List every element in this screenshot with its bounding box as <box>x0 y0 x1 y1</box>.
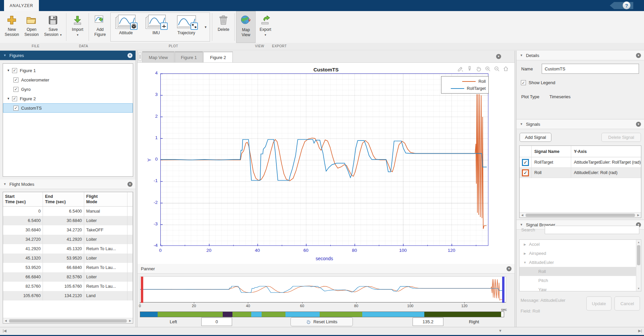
gallery-item-attitude[interactable]: Attitude <box>111 13 141 41</box>
save-session-dropdown-icon[interactable]: ▼ <box>59 34 62 37</box>
details-menu-icon[interactable]: ▼ <box>636 53 641 58</box>
gallery-dropdown-icon[interactable]: ▼ <box>201 13 210 41</box>
delete-button[interactable]: Delete <box>214 11 233 43</box>
signal-checkbox[interactable]: ✓ <box>522 169 529 176</box>
help-button[interactable]: ? <box>623 1 631 9</box>
flight-modes-panel-menu-icon[interactable]: ▼ <box>127 182 132 187</box>
panner-menu-icon[interactable]: ▼ <box>506 266 512 271</box>
signals-header[interactable]: ▼ Signals ▼ <box>517 119 644 129</box>
add-signal-button[interactable]: Add Signal <box>520 133 551 142</box>
tree-expander-icon[interactable]: ▼ <box>6 97 11 100</box>
tab-figure-2[interactable]: Figure 2 <box>203 51 233 62</box>
tree-checkbox[interactable]: ✓ <box>13 87 18 92</box>
collapse-triangle-icon[interactable]: ▼ <box>520 223 523 226</box>
flight-mode-row[interactable]: 30.684034.2720TakeOFF <box>3 225 133 235</box>
tab-drag-grip[interactable] <box>139 53 142 61</box>
signal-row[interactable]: ✓RollTargetAttitudeTargetEuler: RollTarg… <box>520 157 641 168</box>
export-dropdown-icon[interactable]: ▼ <box>264 34 267 37</box>
collapse-triangle-icon[interactable]: ▼ <box>520 122 523 126</box>
signals-hscrollbar[interactable]: ◀ ▶ <box>520 212 641 218</box>
tab-figure-1[interactable]: Figure 1 <box>175 51 203 62</box>
tree-expander-icon[interactable]: ▼ <box>6 69 11 72</box>
signal-checkbox[interactable]: ✓ <box>522 159 529 166</box>
flight-mode-row[interactable]: 34.272041.2920Loiter <box>3 235 133 244</box>
scroll-right-icon[interactable]: ▶ <box>127 319 133 322</box>
plot-legend[interactable]: RollRollTarget <box>441 76 489 94</box>
export-figure-icon[interactable] <box>457 65 464 72</box>
name-input[interactable]: CustomTS <box>542 64 639 74</box>
tree-checkbox[interactable]: ✓ <box>12 68 17 73</box>
brush-data-icon[interactable] <box>466 65 473 72</box>
flight-modes-hscrollbar[interactable]: ◀ ▶ <box>3 318 133 323</box>
zoom-in-icon[interactable] <box>484 65 491 72</box>
map-view-button[interactable]: MapView <box>236 11 256 43</box>
figures-tree-item[interactable]: ▼✓Figure 2 <box>3 94 133 103</box>
tab-map-view[interactable]: Map View <box>142 51 174 62</box>
gallery-item-imu[interactable]: IMU <box>141 13 171 41</box>
signals-menu-icon[interactable]: ▼ <box>636 122 641 127</box>
tabbar-menu-icon[interactable]: ▼ <box>496 54 501 59</box>
home-restore-view-icon[interactable] <box>502 65 509 72</box>
zoom-out-icon[interactable] <box>493 65 500 72</box>
scroll-left-icon[interactable]: ◀ <box>520 214 525 217</box>
browser-tree-item[interactable]: Roll <box>520 267 641 276</box>
flight-mode-row[interactable]: 45.132053.9520Loiter <box>3 254 133 263</box>
panner-left-handle[interactable] <box>141 277 143 303</box>
panner-left-input[interactable]: 0 <box>201 318 232 326</box>
new-session-button[interactable]: NewSession <box>2 11 22 43</box>
save-session-button[interactable]: SaveSession ▼ <box>41 11 65 43</box>
signal-row[interactable]: ✓RollAttitudeEuler: Roll (rad) <box>520 168 641 178</box>
details-header[interactable]: ▼ Details ▼ <box>517 51 644 60</box>
tree-checkbox[interactable]: ✓ <box>12 96 17 101</box>
import-button[interactable]: Import▼ <box>68 11 87 43</box>
browser-tree-item[interactable]: Pitch <box>520 276 641 285</box>
browser-tree-item[interactable]: ▶Accel <box>520 240 641 249</box>
scroll-right-icon[interactable]: ▶ <box>636 214 641 217</box>
show-legend-checkbox[interactable]: ✓ <box>521 80 526 85</box>
panner-header[interactable]: Panner ▼ <box>138 264 515 274</box>
tree-checkbox[interactable]: ✓ <box>13 77 18 82</box>
collapse-triangle-icon[interactable]: ▼ <box>520 54 523 57</box>
browser-vscrollbar[interactable]: ▲ ▼ <box>636 240 641 291</box>
flight-mode-row[interactable]: 41.292045.1320Return To Lau... <box>3 244 133 254</box>
flight-mode-row[interactable]: 53.952066.6840Return To Lau... <box>3 263 133 272</box>
figures-tree-item[interactable]: ▼✓Figure 1 <box>3 66 133 75</box>
tree-expander-icon[interactable]: ▶ <box>523 243 527 246</box>
scrollbar-thumb[interactable] <box>526 214 635 217</box>
gallery-item-trajectory[interactable]: Trajectory <box>171 13 201 41</box>
open-session-button[interactable]: OpenSession <box>22 11 42 43</box>
scroll-up-icon[interactable]: ▲ <box>636 241 641 244</box>
flight-mode-row[interactable]: 6.540030.6840Loiter <box>3 216 133 225</box>
panner-right-input[interactable]: 135.2 <box>413 318 443 326</box>
add-figure-button[interactable]: AddFigure <box>90 11 110 43</box>
figures-panel-header[interactable]: ▼ Figures ▼ <box>0 51 136 60</box>
flight-mode-row[interactable]: 82.5760105.6760Return To Lau... <box>3 282 133 291</box>
collapse-right-panel-icon[interactable]: ▶| <box>638 329 642 333</box>
panner-chart[interactable] <box>140 276 506 302</box>
cancel-button[interactable]: Cancel <box>614 296 640 311</box>
collapse-bottom-icon[interactable]: ▼ <box>498 329 502 333</box>
reset-limits-button[interactable]: Reset Limits <box>290 317 353 326</box>
tree-checkbox[interactable]: ✓ <box>13 106 18 111</box>
scrollbar-thumb[interactable] <box>637 245 640 265</box>
figures-tree-item[interactable]: ✓Accelerometer <box>3 75 133 85</box>
tree-expander-icon[interactable]: ▶ <box>523 252 527 255</box>
figures-tree-item[interactable]: ✓Gyro <box>3 85 133 94</box>
panner-right-handle[interactable] <box>502 277 504 303</box>
browser-tree-item[interactable]: Yaw <box>520 285 641 291</box>
scroll-down-icon[interactable]: ▼ <box>636 287 641 290</box>
tab-analyzer[interactable]: ANALYZER <box>4 0 39 11</box>
scrollbar-thumb[interactable] <box>9 319 127 323</box>
delete-signal-button[interactable]: Delete Signal <box>601 133 641 142</box>
tree-expander-icon[interactable]: ▼ <box>523 261 527 264</box>
collapse-triangle-icon[interactable]: ▼ <box>3 54 6 57</box>
search-input[interactable] <box>545 226 639 234</box>
import-dropdown-icon[interactable]: ▼ <box>76 34 79 37</box>
figures-tree-item[interactable]: ✓CustomTS <box>3 103 133 113</box>
flight-mode-row[interactable]: 66.684082.5760Loiter <box>3 272 133 282</box>
collapse-left-panel-icon[interactable]: |◀ <box>3 329 6 333</box>
collapse-triangle-icon[interactable]: ▼ <box>3 182 6 186</box>
flight-mode-row[interactable]: 105.6760134.2120Land <box>3 291 133 300</box>
plot-area[interactable] <box>160 73 488 246</box>
browser-tree-item[interactable]: ▶Airspeed <box>520 249 641 258</box>
